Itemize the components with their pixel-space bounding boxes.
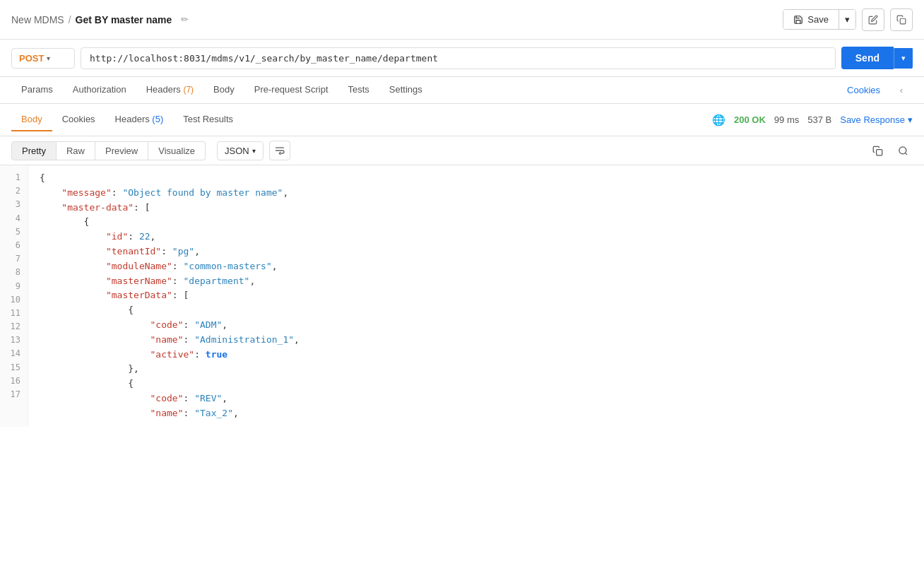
svg-rect-0: [900, 18, 906, 24]
svg-rect-2: [876, 149, 882, 155]
breadcrumb-root: New MDMS: [11, 14, 64, 25]
view-tab-visualize[interactable]: Visualize: [148, 141, 206, 160]
tab-params[interactable]: Params: [11, 77, 63, 103]
resp-tab-headers[interactable]: Headers (5): [105, 108, 174, 131]
svg-line-4: [905, 153, 907, 155]
top-bar: New MDMS / Get BY master name ✏ Save ▾: [0, 0, 924, 40]
method-selector[interactable]: POST ▾: [11, 48, 75, 69]
format-bar: Pretty Raw Preview Visualize JSON ▾: [0, 136, 924, 165]
resp-tab-cookies[interactable]: Cookies: [52, 108, 105, 131]
url-bar: POST ▾ Send ▾: [0, 40, 924, 77]
view-tab-raw[interactable]: Raw: [57, 141, 95, 160]
line-numbers: 1 2 3 4 5 6 7 8 9 10 11 12 13 14 15 16 1…: [0, 165, 28, 427]
breadcrumb-separator: /: [69, 14, 71, 25]
view-tab-pretty[interactable]: Pretty: [11, 141, 57, 160]
tab-body[interactable]: Body: [203, 77, 244, 103]
method-label: POST: [19, 53, 44, 64]
url-input[interactable]: [81, 47, 836, 69]
tab-headers[interactable]: Headers (7): [136, 77, 203, 103]
send-button-group: Send ▾: [841, 47, 913, 69]
breadcrumb-current: Get BY master name: [76, 14, 172, 25]
send-button[interactable]: Send: [841, 47, 894, 69]
tab-settings[interactable]: Settings: [379, 77, 432, 103]
tab-authorization[interactable]: Authorization: [63, 77, 136, 103]
wrap-button[interactable]: [269, 141, 290, 160]
pencil-icon: [868, 15, 878, 25]
response-time: 99 ms: [774, 114, 799, 125]
tab-tests[interactable]: Tests: [338, 77, 379, 103]
svg-point-3: [899, 146, 906, 153]
request-tabs: Params Authorization Headers (7) Body Pr…: [0, 77, 924, 104]
edit-title-button[interactable]: ✏: [176, 11, 193, 28]
format-bar-right: [867, 141, 913, 160]
collapse-button[interactable]: ‹: [890, 79, 913, 102]
status-badge: 200 OK: [734, 114, 766, 125]
json-content: { "message": "Object found by master nam…: [28, 165, 924, 427]
response-header: Body Cookies Headers (5) Test Results 🌐 …: [0, 104, 924, 136]
save-dropdown-button[interactable]: ▾: [839, 10, 855, 29]
save-response-button[interactable]: Save Response ▾: [840, 114, 913, 125]
search-icon: [898, 146, 908, 156]
copy-response-icon: [872, 146, 883, 156]
format-label: JSON: [225, 146, 249, 156]
method-dropdown-arrow: ▾: [47, 54, 50, 62]
top-actions: Save ▾: [783, 8, 913, 31]
json-body: 1 2 3 4 5 6 7 8 9 10 11 12 13 14 15 16 1…: [0, 165, 924, 427]
save-response-dropdown-arrow: ▾: [908, 114, 913, 125]
copy-response-button[interactable]: [867, 141, 887, 160]
view-tab-preview[interactable]: Preview: [95, 141, 148, 160]
globe-icon: 🌐: [712, 114, 725, 126]
response-tabs: Body Cookies Headers (5) Test Results: [11, 108, 243, 131]
response-size: 537 B: [807, 114, 831, 125]
format-dropdown-arrow: ▾: [252, 147, 256, 155]
save-icon: [793, 15, 803, 25]
copy-icon: [896, 15, 906, 25]
save-button-group: Save ▾: [783, 9, 856, 30]
save-button[interactable]: Save: [783, 10, 839, 29]
copy-button[interactable]: [890, 8, 913, 31]
format-selector[interactable]: JSON ▾: [217, 141, 263, 160]
search-response-button[interactable]: [893, 141, 913, 160]
edit-icon-button[interactable]: [862, 8, 884, 31]
wrap-icon: [274, 145, 285, 156]
tab-pre-request-script[interactable]: Pre-request Script: [244, 77, 338, 103]
breadcrumb: New MDMS / Get BY master name ✏: [11, 11, 193, 28]
resp-tab-body[interactable]: Body: [11, 108, 52, 131]
response-meta: 🌐 200 OK 99 ms 537 B Save Response ▾: [712, 114, 913, 126]
send-dropdown-button[interactable]: ▾: [894, 48, 913, 69]
resp-tab-test-results[interactable]: Test Results: [173, 108, 243, 131]
cookies-link[interactable]: Cookies: [837, 78, 890, 102]
view-tabs: Pretty Raw Preview Visualize: [11, 141, 206, 160]
